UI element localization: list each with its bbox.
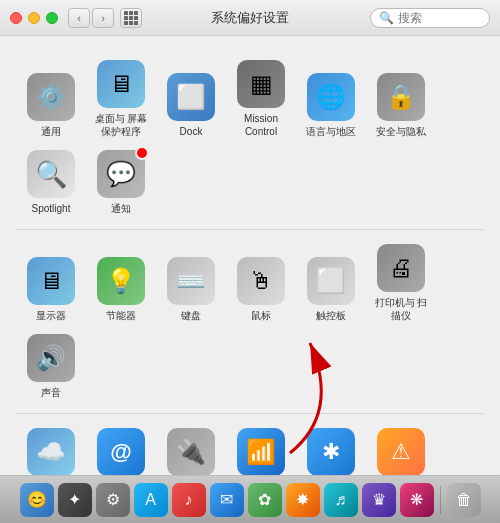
app-icon-jieneng: 💡 [97,257,145,305]
main-content: ⚙️通用🖥桌面与 屏幕保护程序⬜Dock▦Mission Control🌐语言与… [0,36,500,475]
app-icon-dayin: 🖨 [377,244,425,292]
app-icon-anquan: 🔒 [377,73,425,121]
grid-view-button[interactable] [120,8,142,28]
app-icon-dock: ⬜ [167,73,215,121]
back-button[interactable]: ‹ [68,8,90,28]
app-item-lanya[interactable]: ✱蓝牙 [296,422,366,475]
dock-item-launchpad[interactable]: ✦ [58,483,92,517]
app-item-icloud[interactable]: ☁️iCloud [16,422,86,475]
app-item-jieneng[interactable]: 💡节能器 [86,238,156,328]
app-label-zhuomian: 桌面与 屏幕保护程序 [90,112,152,138]
app-icon-gongxiang: ⚠ [377,428,425,475]
app-icon-tongzhi: 💬 [97,150,145,198]
dock-item-app6[interactable]: ✉ [210,483,244,517]
app-item-gongxiang[interactable]: ⚠共享 [366,422,436,475]
app-label-shubiao: 鼠标 [251,309,271,322]
search-box[interactable]: 🔍 [370,8,490,28]
dock-item-app11[interactable]: ❋ [400,483,434,517]
window-title: 系统偏好设置 [211,9,289,27]
dock: 😊✦⚙A♪✉✿✸♬♛❋🗑 [0,475,500,523]
app-icon-wangluo: 📶 [237,428,285,475]
app-item-xianshi[interactable]: 🖥显示器 [16,238,86,328]
app-label-dock: Dock [180,125,203,138]
app-label-chumo: 触控板 [316,309,346,322]
app-item-zhuomian[interactable]: 🖥桌面与 屏幕保护程序 [86,54,156,144]
forward-button[interactable]: › [92,8,114,28]
dock-item-finder[interactable]: 😊 [20,483,54,517]
app-icon-kuozhang: 🔌 [167,428,215,475]
app-icon-jianpan: ⌨️ [167,257,215,305]
app-item-anquan[interactable]: 🔒安全与隐私 [366,54,436,144]
dock-item-trash[interactable]: 🗑 [447,483,481,517]
app-item-hulian[interactable]: @互联网 帐户 [86,422,156,475]
app-label-jieneng: 节能器 [106,309,136,322]
grid-icon [124,11,138,25]
app-item-shengyin[interactable]: 🔊声音 [16,328,86,405]
app-label-spotlight: Spotlight [32,202,71,215]
app-item-dayin[interactable]: 🖨打印机与 扫描仪 [366,238,436,328]
minimize-button[interactable] [28,12,40,24]
dock-item-preferences[interactable]: ⚙ [96,483,130,517]
app-label-anquan: 安全与隐私 [376,125,426,138]
dock-item-app10[interactable]: ♛ [362,483,396,517]
app-icon-mission: ▦ [237,60,285,108]
app-icon-zhuomian: 🖥 [97,60,145,108]
app-label-tongzhi: 通知 [111,202,131,215]
app-icon-yuyan: 🌐 [307,73,355,121]
app-item-kuozhang[interactable]: 🔌扩展 [156,422,226,475]
app-label-shengyin: 声音 [41,386,61,399]
app-item-shubiao[interactable]: 🖱鼠标 [226,238,296,328]
app-label-mission: Mission Control [230,112,292,138]
app-item-mission[interactable]: ▦Mission Control [226,54,296,144]
app-section-section1: ⚙️通用🖥桌面与 屏幕保护程序⬜Dock▦Mission Control🌐语言与… [16,46,484,230]
app-icon-xianshi: 🖥 [27,257,75,305]
dock-item-app5[interactable]: ♪ [172,483,206,517]
app-section-section2: 🖥显示器💡节能器⌨️键盘🖱鼠标⬜触控板🖨打印机与 扫描仪🔊声音 [16,230,484,414]
search-input[interactable] [398,11,478,25]
app-item-tongzhi[interactable]: 💬通知 [86,144,156,221]
titlebar: ‹ › 系统偏好设置 🔍 [0,0,500,36]
close-button[interactable] [10,12,22,24]
app-item-jianpan[interactable]: ⌨️键盘 [156,238,226,328]
dock-separator [440,486,441,514]
app-item-spotlight[interactable]: 🔍Spotlight [16,144,86,221]
app-icon-chumo: ⬜ [307,257,355,305]
app-label-dayin: 打印机与 扫描仪 [370,296,432,322]
app-item-wangluo[interactable]: 📶网络 [226,422,296,475]
dock-item-app7[interactable]: ✿ [248,483,282,517]
app-item-yuyan[interactable]: 🌐语言与地区 [296,54,366,144]
traffic-lights [10,12,58,24]
app-label-jianpan: 键盘 [181,309,201,322]
maximize-button[interactable] [46,12,58,24]
app-item-dock[interactable]: ⬜Dock [156,54,226,144]
nav-buttons: ‹ › [68,8,114,28]
app-label-tongyong: 通用 [41,125,61,138]
app-icon-tongyong: ⚙️ [27,73,75,121]
app-label-xianshi: 显示器 [36,309,66,322]
app-icon-hulian: @ [97,428,145,475]
dock-item-app8[interactable]: ✸ [286,483,320,517]
app-item-tongyong[interactable]: ⚙️通用 [16,54,86,144]
app-icon-icloud: ☁️ [27,428,75,475]
dock-item-appstore2[interactable]: A [134,483,168,517]
app-icon-spotlight: 🔍 [27,150,75,198]
search-icon: 🔍 [379,11,394,25]
app-label-yuyan: 语言与地区 [306,125,356,138]
app-icon-lanya: ✱ [307,428,355,475]
app-icon-shubiao: 🖱 [237,257,285,305]
app-icon-shengyin: 🔊 [27,334,75,382]
notification-badge-tongzhi [135,146,149,160]
dock-item-app9[interactable]: ♬ [324,483,358,517]
app-section-section3: ☁️iCloud@互联网 帐户🔌扩展📶网络✱蓝牙⚠共享 [16,414,484,475]
app-item-chumo[interactable]: ⬜触控板 [296,238,366,328]
